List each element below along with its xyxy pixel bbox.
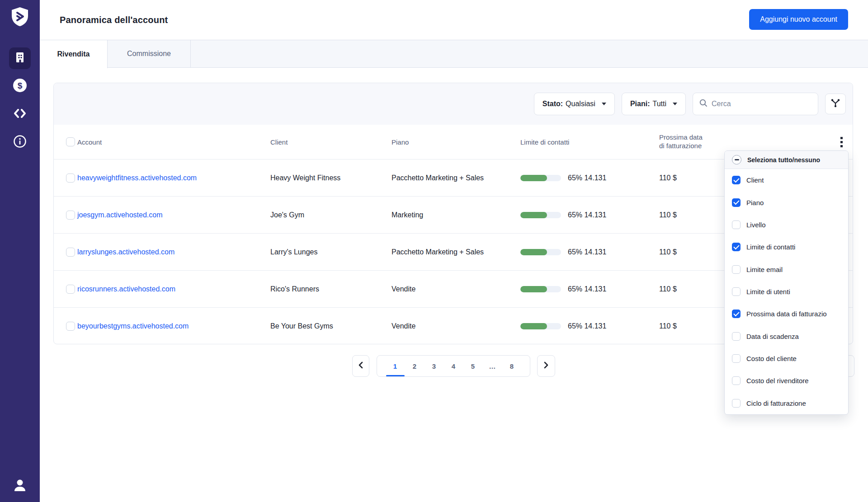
- column-menu-item-label: Data di scadenza: [746, 333, 848, 340]
- unchecked-checkbox[interactable]: [732, 354, 741, 363]
- checked-checkbox[interactable]: [732, 243, 741, 251]
- pagination-page-4[interactable]: 4: [444, 356, 463, 376]
- column-header-client[interactable]: Client: [270, 138, 392, 146]
- plans-filter-dropdown[interactable]: Piani: Tutti: [622, 93, 686, 115]
- column-options-list: ClientPianoLivelloLimite di contattiLimi…: [725, 169, 848, 414]
- pagination-page-8[interactable]: 8: [502, 356, 522, 376]
- column-menu-item-label: Piano: [746, 199, 848, 206]
- unchecked-checkbox[interactable]: [732, 332, 741, 341]
- topbar: Panoramica dell'account Aggiungi nuovo a…: [40, 0, 868, 40]
- tab-rivendita[interactable]: Rivendita: [40, 40, 108, 68]
- column-menu-item-label: Ciclo di fatturazione: [746, 399, 848, 407]
- activecampaign-shield-logo: [10, 6, 30, 27]
- page-title: Panoramica dell'account: [60, 15, 168, 25]
- column-menu-item[interactable]: Prossima data di fatturazio: [725, 303, 848, 325]
- column-menu-item[interactable]: Piano: [725, 191, 848, 213]
- row-checkbox[interactable]: [66, 248, 75, 257]
- column-options-menu: Seleziona tutto/nessuno ClientPianoLivel…: [724, 150, 849, 415]
- select-all-none-row[interactable]: Seleziona tutto/nessuno: [725, 151, 848, 169]
- column-menu-item-label: Limite email: [746, 266, 848, 273]
- row-checkbox[interactable]: [66, 285, 75, 294]
- contact-limit-cell: 65% 14.131: [520, 248, 659, 256]
- progress-bar: [520, 323, 561, 329]
- unchecked-checkbox[interactable]: [732, 221, 741, 229]
- sidebar: $: [0, 0, 40, 502]
- column-menu-item[interactable]: Costo del rivenditore: [725, 370, 848, 392]
- column-menu-item-label: Client: [746, 176, 848, 184]
- contact-limit-cell: 65% 14.131: [520, 174, 659, 182]
- buildings-icon: [14, 52, 26, 65]
- pagination-page-1[interactable]: 1: [386, 356, 405, 376]
- progress-bar: [520, 175, 561, 181]
- plans-filter-label: Piani:: [630, 100, 650, 108]
- plan-cell: Vendite: [392, 285, 520, 293]
- sidebar-item-developer[interactable]: [9, 103, 31, 125]
- column-menu-item[interactable]: Limite di contatti: [725, 236, 848, 258]
- pagination-page-2[interactable]: 2: [405, 356, 425, 376]
- status-filter-value: Qualsiasi: [566, 100, 595, 108]
- search-input[interactable]: [712, 100, 811, 108]
- chevron-right-icon: [543, 361, 549, 371]
- row-checkbox[interactable]: [66, 174, 75, 183]
- checked-checkbox[interactable]: [732, 310, 741, 318]
- account-link[interactable]: joesgym.activehosted.com: [77, 211, 163, 219]
- pagination-next-button[interactable]: [537, 355, 555, 377]
- svg-text:$: $: [18, 81, 23, 90]
- plan-cell: Pacchetto Marketing + Sales: [392, 248, 520, 256]
- sidebar-item-billing[interactable]: $: [9, 75, 31, 97]
- account-link[interactable]: ricosrunners.activehosted.com: [77, 285, 175, 293]
- sidebar-profile[interactable]: [0, 479, 40, 494]
- row-checkbox[interactable]: [66, 211, 75, 220]
- checked-checkbox[interactable]: [732, 176, 741, 184]
- account-link[interactable]: larryslunges.activehosted.com: [77, 248, 175, 256]
- column-menu-item[interactable]: Limite email: [725, 258, 848, 280]
- column-menu-item[interactable]: Ciclo di fatturazione: [725, 392, 848, 414]
- account-link[interactable]: beyourbestgyms.activehosted.com: [77, 322, 189, 330]
- account-link[interactable]: heavyweightfitness.activehosted.com: [77, 174, 197, 182]
- sidebar-item-accounts[interactable]: [9, 47, 31, 69]
- pagination-prev-button[interactable]: [352, 355, 369, 377]
- unchecked-checkbox[interactable]: [732, 399, 741, 408]
- user-profile-icon: [13, 479, 27, 494]
- chevron-down-icon: [602, 103, 606, 105]
- add-account-button[interactable]: Aggiungi nuovo account: [749, 9, 848, 30]
- row-checkbox[interactable]: [66, 322, 75, 331]
- column-options-kebab-icon[interactable]: [840, 136, 844, 148]
- select-all-checkbox[interactable]: [66, 137, 75, 146]
- pagination-page-5[interactable]: 5: [463, 356, 483, 376]
- column-menu-item-label: Livello: [746, 221, 848, 229]
- column-menu-item[interactable]: Costo del cliente: [725, 347, 848, 370]
- progress-bar: [520, 286, 561, 292]
- column-menu-item[interactable]: Limite di utenti: [725, 281, 848, 303]
- column-menu-item-label: Prossima data di fatturazio: [746, 310, 848, 318]
- column-header-piano[interactable]: Piano: [392, 138, 520, 146]
- contact-limit-cell: 65% 14.131: [520, 322, 659, 330]
- column-menu-item[interactable]: Livello: [725, 214, 848, 236]
- plan-cell: Marketing: [392, 211, 520, 219]
- pagination-page-3[interactable]: 3: [425, 356, 444, 376]
- client-cell: Joe's Gym: [270, 211, 392, 219]
- contact-limit-cell: 65% 14.131: [520, 211, 659, 219]
- column-menu-item-label: Costo del rivenditore: [746, 377, 848, 385]
- client-cell: Heavy Weight Fitness: [270, 174, 392, 182]
- checked-checkbox[interactable]: [732, 198, 741, 207]
- unchecked-checkbox[interactable]: [732, 287, 741, 296]
- column-header-prossima[interactable]: Prossima data di fatturazione: [659, 133, 792, 150]
- status-filter-dropdown[interactable]: Stato: Qualsiasi: [534, 93, 615, 115]
- indeterminate-checkbox[interactable]: [732, 155, 741, 164]
- status-filter-label: Stato:: [542, 100, 563, 108]
- filter-bar: Stato: Qualsiasi Piani: Tutti: [54, 83, 853, 125]
- tab-strip: Rivendita Commissione: [40, 40, 868, 68]
- column-header-limite[interactable]: Limite di contatti: [520, 138, 659, 146]
- client-cell: Be Your Best Gyms: [270, 322, 392, 330]
- plans-filter-value: Tutti: [652, 100, 666, 108]
- column-header-account[interactable]: Account: [77, 138, 270, 146]
- client-cell: Rico's Runners: [270, 285, 392, 293]
- tab-commissione[interactable]: Commissione: [108, 40, 191, 67]
- column-menu-item[interactable]: Data di scadenza: [725, 325, 848, 347]
- sidebar-item-info[interactable]: [9, 131, 31, 153]
- unchecked-checkbox[interactable]: [732, 265, 741, 274]
- column-menu-item[interactable]: Client: [725, 169, 848, 191]
- unchecked-checkbox[interactable]: [732, 376, 741, 385]
- column-filter-button[interactable]: [825, 94, 846, 114]
